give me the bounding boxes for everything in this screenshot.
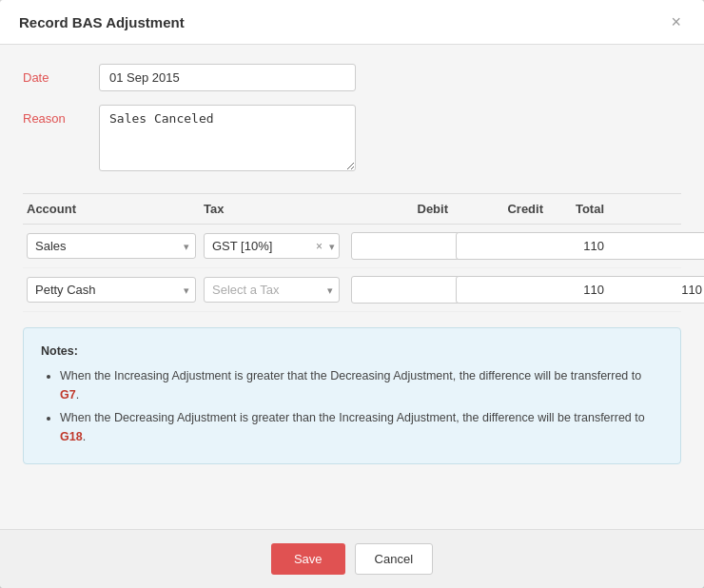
dialog-header: Record BAS Adjustment ×: [0, 0, 704, 45]
date-input[interactable]: [99, 64, 356, 91]
tax-header: Tax: [204, 202, 351, 216]
account-select-2-wrap: Sales Petty Cash: [27, 277, 196, 303]
table-row: Sales Petty Cash GST [10%] × ▾: [23, 225, 681, 268]
debit-cell-2: [351, 276, 456, 304]
tax-cell-1: GST [10%] × ▾: [204, 233, 351, 259]
tax-clear-button-1[interactable]: ×: [316, 240, 323, 253]
table-section: Account Tax Debit Credit Total Sales Pet…: [23, 193, 681, 312]
account-select-2[interactable]: Sales Petty Cash: [27, 277, 196, 303]
tax-cell-2: Select a Tax GST [10%]: [204, 277, 351, 303]
credit-cell-2: [456, 276, 551, 304]
note-item-1: When the Increasing Adjustment is greate…: [60, 366, 663, 404]
credit-cell-1: [456, 232, 551, 260]
tax-select-1-wrap: GST [10%] × ▾: [204, 233, 340, 259]
table-row: Sales Petty Cash Select a Tax GST [10%]: [23, 268, 681, 312]
tax-placeholder-wrap-2: Select a Tax GST [10%]: [204, 277, 340, 303]
note-1-text-after: .: [76, 388, 79, 402]
note-1-highlight: G7: [60, 388, 76, 402]
total-cell-2: 110: [551, 283, 608, 297]
table-header: Account Tax Debit Credit Total: [23, 193, 681, 225]
notes-label: Notes:: [41, 342, 663, 361]
debit-cell-1: [351, 232, 456, 260]
reason-field-wrap: Sales Canceled: [99, 105, 681, 174]
total-cell-1: 110: [551, 239, 608, 253]
date-label: Date: [23, 64, 99, 85]
reason-row: Reason Sales Canceled: [23, 105, 681, 174]
note-2-text-before: When the Decreasing Adjustment is greate…: [60, 411, 645, 424]
reason-label: Reason: [23, 105, 99, 126]
note-2-text-after: .: [83, 430, 86, 443]
dialog-footer: Save Cancel: [0, 529, 704, 588]
debit-header: Debit: [351, 202, 456, 216]
close-button[interactable]: ×: [667, 13, 685, 30]
dialog-body: Date Reason Sales Canceled Account Tax D…: [0, 45, 704, 529]
tax-select-2[interactable]: Select a Tax GST [10%]: [204, 277, 340, 303]
reason-textarea[interactable]: Sales Canceled: [99, 105, 356, 171]
account-cell-1: Sales Petty Cash: [23, 233, 204, 259]
note-2-highlight: G18: [60, 430, 83, 443]
account-cell-2: Sales Petty Cash: [23, 277, 204, 303]
notes-list: When the Increasing Adjustment is greate…: [41, 366, 663, 446]
dialog-title: Record BAS Adjustment: [19, 14, 185, 30]
credit-header: Credit: [456, 202, 551, 216]
account-select-1[interactable]: Sales Petty Cash: [27, 233, 196, 259]
date-field-wrap: [99, 64, 681, 91]
save-button[interactable]: Save: [271, 543, 345, 575]
account-header: Account: [23, 202, 204, 216]
record-bas-adjustment-dialog: Record BAS Adjustment × Date Reason Sale…: [0, 0, 704, 588]
total-header: Total: [551, 202, 608, 216]
note-1-text-before: When the Increasing Adjustment is greate…: [60, 369, 641, 382]
notes-box: Notes: When the Increasing Adjustment is…: [23, 327, 681, 464]
account-select-1-wrap: Sales Petty Cash: [27, 233, 196, 259]
date-row: Date: [23, 64, 681, 91]
note-item-2: When the Decreasing Adjustment is greate…: [60, 408, 663, 446]
cancel-button[interactable]: Cancel: [355, 543, 433, 575]
